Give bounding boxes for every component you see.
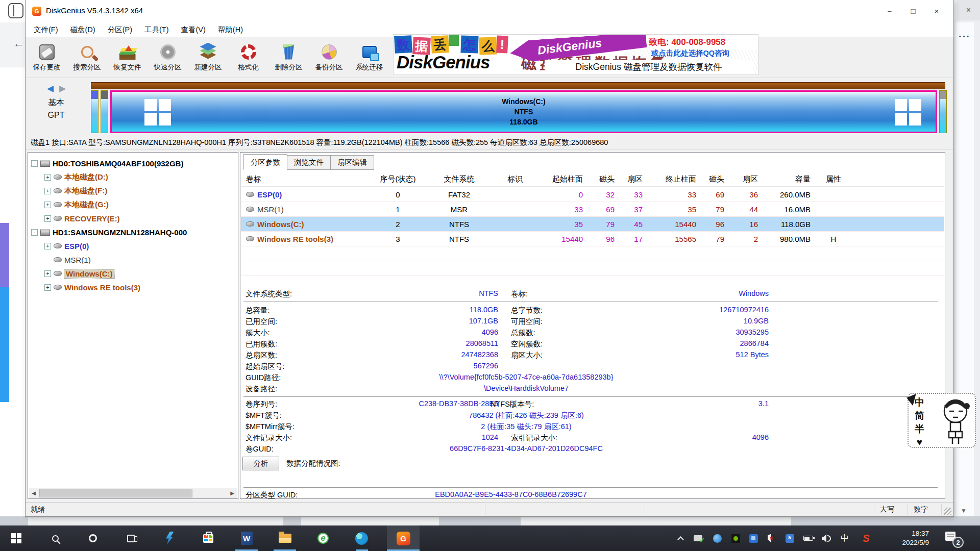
ime-mode-chinese[interactable]: 中 bbox=[915, 396, 924, 409]
banner-tagline: DiskGenius 磁盘管理及数据恢复软件 bbox=[545, 60, 753, 74]
tray-ime-indicator[interactable]: 中 bbox=[836, 528, 853, 548]
expander-icon[interactable]: + bbox=[44, 243, 51, 249]
ime-mode-heart[interactable]: ♥ bbox=[915, 436, 924, 448]
tray-freeze-tool[interactable]: * bbox=[781, 528, 798, 548]
quick-partition-button[interactable]: 快速分区 bbox=[148, 37, 188, 77]
expander-icon[interactable]: + bbox=[44, 202, 51, 208]
menu-view[interactable]: 查看(V) bbox=[175, 22, 212, 37]
taskbar-search-button[interactable] bbox=[43, 528, 67, 548]
menu-tools[interactable]: 工具(T) bbox=[138, 22, 175, 37]
expander-icon[interactable]: + bbox=[44, 174, 51, 181]
tree-item-disk-d[interactable]: + 本地磁盘(D:) bbox=[44, 170, 108, 184]
table-row-msr[interactable]: MSR(1) 1 MSR 33 69 37 35 79 44 16.0MB bbox=[241, 202, 944, 217]
tray-intel-graphics[interactable] bbox=[745, 528, 762, 548]
detail-row: 文件系统类型:NTFS 卷标:Windows bbox=[246, 289, 941, 300]
tab-sector-edit[interactable]: 扇区编辑 bbox=[330, 155, 374, 170]
taskbar-clock[interactable]: 18:37 2022/5/9 bbox=[882, 529, 929, 547]
tab-browse-files[interactable]: 浏览文件 bbox=[287, 155, 331, 170]
tree-item-recovery-e[interactable]: + RECOVERY(E:) bbox=[44, 212, 120, 225]
scroll-down-icon[interactable]: ▼ bbox=[961, 507, 967, 514]
titlebar[interactable]: G DiskGenius V5.4.3.1342 x64 − □ × bbox=[26, 0, 953, 22]
resize-grip[interactable] bbox=[944, 508, 951, 515]
scroll-left-icon[interactable]: ◀ bbox=[29, 488, 39, 498]
browser-e-icon: e bbox=[317, 533, 329, 544]
background-close-icon[interactable]: × bbox=[957, 0, 980, 20]
ime-status-panel[interactable]: 中 简 半 ♥ bbox=[908, 393, 976, 448]
taskbar-app-flash[interactable] bbox=[157, 528, 182, 548]
taskbar-app-word[interactable]: W bbox=[234, 528, 259, 548]
expander-icon[interactable]: + bbox=[44, 188, 51, 194]
search-partition-button[interactable]: 搜索分区 bbox=[67, 37, 107, 77]
more-menu-icon[interactable]: ··· bbox=[959, 31, 970, 42]
tray-volume[interactable] bbox=[818, 528, 835, 548]
taskbar-app-edge[interactable] bbox=[349, 528, 374, 548]
minimize-button[interactable]: − bbox=[878, 0, 901, 22]
taskbar-app-diskgenius[interactable]: G bbox=[391, 528, 415, 548]
tree-item-esp[interactable]: + ESP(0) bbox=[44, 239, 89, 253]
scrollbar-thumb[interactable] bbox=[39, 489, 192, 497]
save-changes-button[interactable]: 保存更改 bbox=[27, 37, 67, 77]
table-row-windows-re[interactable]: Windows RE tools(3) 3 NTFS 15440 96 17 1… bbox=[241, 232, 944, 246]
tree-item-msr[interactable]: MSR(1) bbox=[44, 253, 91, 266]
new-partition-button[interactable]: 新建分区 bbox=[188, 37, 228, 77]
ime-mode-simplified[interactable]: 简 bbox=[915, 409, 924, 422]
window-title: DiskGenius V5.4.3.1342 x64 bbox=[46, 6, 143, 15]
tray-security[interactable]: × bbox=[763, 528, 780, 548]
partition-icon bbox=[246, 207, 254, 212]
system-migrate-button[interactable]: 系统迁移 bbox=[349, 37, 389, 77]
analyze-button[interactable]: 分析 bbox=[242, 457, 279, 470]
taskbar-app-explorer[interactable] bbox=[273, 528, 297, 548]
prev-disk-icon[interactable]: ◀ bbox=[47, 83, 54, 94]
partition-segment-re-tools[interactable] bbox=[939, 90, 947, 133]
expander-icon[interactable]: + bbox=[44, 215, 51, 222]
back-arrow-icon[interactable]: ← bbox=[13, 37, 24, 50]
table-row-esp[interactable]: ESP(0) 0 FAT32 0 32 33 33 69 36 260.0MB bbox=[241, 187, 944, 202]
tree-item-hd1[interactable]: - HD1:SAMSUNGMZNLN128HAHQ-000 bbox=[31, 226, 187, 239]
partition-segment-windows-c[interactable]: Windows(C:) NTFS 118.0GB bbox=[110, 90, 937, 133]
menu-disk[interactable]: 磁盘(D) bbox=[64, 22, 102, 37]
expander-icon[interactable]: - bbox=[31, 160, 38, 167]
taskbar-app-store[interactable] bbox=[196, 528, 220, 548]
backup-partition-button[interactable]: 备份分区 bbox=[309, 37, 349, 77]
disk-header-strip[interactable] bbox=[91, 82, 945, 89]
tray-power[interactable] bbox=[799, 528, 817, 548]
partition-segment-esp[interactable] bbox=[91, 90, 99, 133]
tray-expand-button[interactable] bbox=[672, 528, 689, 548]
task-view-button[interactable] bbox=[118, 528, 143, 548]
menu-help[interactable]: 帮助(H) bbox=[212, 22, 249, 37]
promo-banner[interactable]: 数 据 丢 怎 么 ! 磁盘管理数据恢复 DiskGenius 致电: 400-… bbox=[393, 34, 758, 75]
tree-item-windows-re[interactable]: + Windows RE tools(3) bbox=[44, 281, 140, 294]
menu-file[interactable]: 文件(F) bbox=[28, 22, 64, 37]
partition-segment-msr[interactable] bbox=[101, 90, 108, 133]
taskbar-app-browser[interactable]: e bbox=[311, 528, 335, 548]
maximize-button[interactable]: □ bbox=[901, 0, 925, 22]
start-button[interactable] bbox=[4, 528, 29, 548]
expander-icon[interactable]: + bbox=[44, 284, 51, 291]
delete-partition-button[interactable]: 删除分区 bbox=[268, 37, 309, 77]
close-button[interactable]: × bbox=[925, 0, 948, 22]
format-button[interactable]: 格式化 bbox=[228, 37, 268, 77]
banner-tile: 怎 bbox=[460, 35, 478, 53]
cortana-button[interactable] bbox=[81, 528, 105, 548]
table-row-windows-c[interactable]: Windows(C:) 2 NTFS 35 79 45 15440 96 16 … bbox=[241, 217, 944, 232]
tray-cloud-app[interactable] bbox=[708, 528, 726, 548]
tree-horizontal-scrollbar[interactable]: ◀ ▶ bbox=[29, 488, 237, 498]
search-icon bbox=[52, 535, 59, 542]
tree-item-windows-c[interactable]: + Windows(C:) bbox=[44, 267, 114, 280]
expander-icon[interactable]: - bbox=[31, 229, 38, 236]
menu-partition[interactable]: 分区(P) bbox=[102, 22, 138, 37]
tree-item-hd0[interactable]: - HD0:TOSHIBAMQ04ABF100(932GB) bbox=[31, 157, 183, 170]
tray-printer[interactable]: ✓ bbox=[689, 528, 706, 548]
tray-sogou[interactable]: S bbox=[857, 528, 875, 548]
tab-partition-params[interactable]: 分区参数 bbox=[243, 154, 287, 170]
scroll-right-icon[interactable]: ▶ bbox=[227, 488, 237, 498]
tray-nvidia[interactable] bbox=[727, 528, 744, 548]
banner-qq-link[interactable]: 或点击此处选择QQ咨询 bbox=[651, 48, 729, 58]
ime-mode-halfwidth[interactable]: 半 bbox=[915, 422, 924, 435]
tree-item-disk-g[interactable]: + 本地磁盘(G:) bbox=[44, 198, 109, 211]
tree-item-disk-f[interactable]: + 本地磁盘(F:) bbox=[44, 184, 107, 197]
recover-files-button[interactable]: 恢复文件 bbox=[107, 37, 148, 77]
expander-icon[interactable]: + bbox=[44, 270, 51, 277]
next-disk-icon[interactable]: ▶ bbox=[59, 83, 66, 94]
windows-start-icon bbox=[11, 533, 21, 543]
